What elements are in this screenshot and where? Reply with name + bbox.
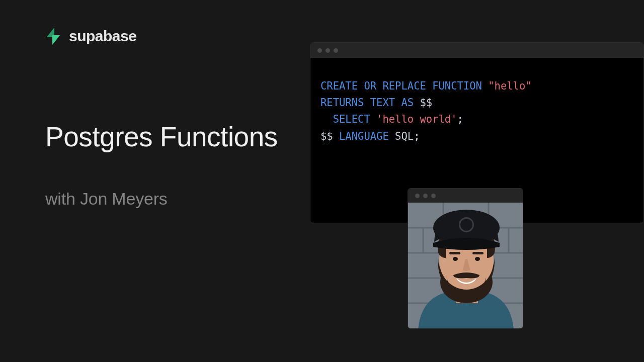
presenter-window-titlebar [408, 189, 523, 203]
code-token: $$ [420, 97, 432, 109]
code-token: 'hello world' [376, 113, 457, 125]
traffic-light-icon [334, 48, 338, 53]
code-token: "hello" [488, 80, 531, 92]
page-title: Postgres Functions [45, 121, 278, 153]
svg-point-18 [453, 257, 458, 261]
code-token [320, 113, 333, 125]
brand-name: supabase [69, 28, 136, 45]
code-token: ; [457, 113, 463, 125]
presenter-window [408, 188, 523, 329]
traffic-light-icon [326, 48, 330, 53]
traffic-light-icon [423, 194, 428, 198]
code-token [370, 113, 376, 125]
code-token: RETURNS TEXT AS [320, 97, 414, 109]
traffic-light-icon [431, 194, 436, 198]
brand-logo: supabase [45, 28, 136, 45]
code-token: SQL; [389, 130, 420, 142]
traffic-light-icon [317, 48, 322, 53]
supabase-lightning-icon [45, 28, 61, 45]
presenter-subtitle: with Jon Meyers [45, 189, 168, 209]
code-token [333, 130, 339, 142]
code-token: CREATE OR REPLACE FUNCTION [320, 80, 482, 92]
svg-rect-16 [449, 252, 460, 254]
traffic-light-icon [415, 194, 420, 198]
svg-rect-17 [472, 252, 484, 254]
code-token [414, 97, 420, 109]
code-token: $$ [320, 130, 333, 142]
code-token [482, 80, 488, 92]
svg-point-15 [460, 219, 472, 231]
presenter-avatar [408, 203, 523, 328]
code-window-titlebar [310, 43, 643, 58]
code-token: LANGUAGE [339, 130, 389, 142]
code-snippet: CREATE OR REPLACE FUNCTION "hello" RETUR… [310, 58, 643, 155]
svg-point-19 [475, 257, 480, 261]
code-token: SELECT [333, 113, 370, 125]
